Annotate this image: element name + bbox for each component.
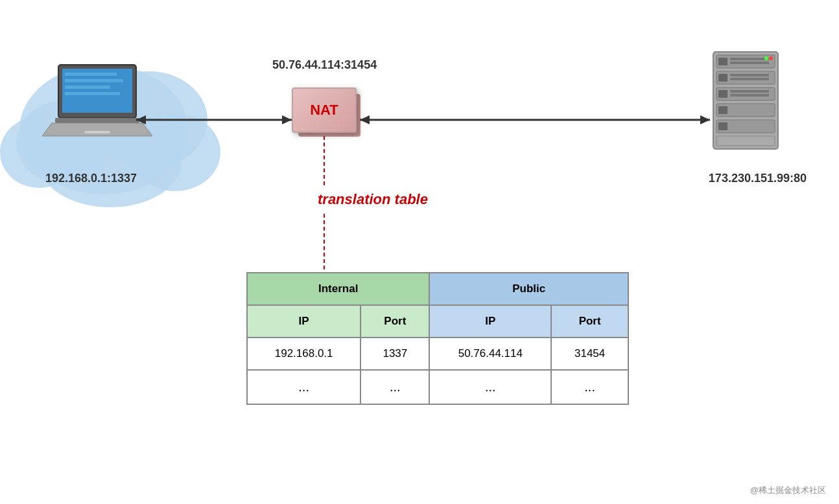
svg-point-34 (769, 56, 773, 60)
nat-label: NAT (310, 102, 338, 119)
server-icon (713, 52, 778, 149)
laptop-icon (42, 65, 152, 136)
table-row-ellipsis: ... ... ... ... (247, 370, 628, 404)
svg-rect-32 (716, 136, 775, 146)
svg-rect-30 (716, 120, 775, 133)
svg-marker-37 (282, 115, 292, 124)
nat-table: Internal Public IP Port IP Port 192.168.… (246, 272, 629, 405)
svg-rect-18 (730, 58, 769, 60)
table-subheader-internal-port: Port (360, 305, 429, 338)
row2-internal-ip: ... (247, 370, 360, 404)
watermark: @稀土掘金技术社区 (750, 485, 826, 496)
svg-rect-23 (730, 78, 769, 80)
table-subheader-internal-ip: IP (247, 305, 360, 338)
svg-point-1 (91, 71, 207, 168)
cloud-shape (0, 65, 220, 207)
nat-public-ip-label: 50.76.44.114:31454 (272, 58, 377, 72)
row2-internal-port: ... (360, 370, 429, 404)
table-header-internal: Internal (247, 273, 429, 305)
laptop-ip-label: 192.168.0.1:1337 (45, 172, 137, 185)
svg-rect-7 (62, 69, 132, 113)
nat-box: NAT (292, 87, 357, 133)
table-subheader-public-port: Port (551, 305, 628, 338)
row1-internal-ip: 192.168.0.1 (247, 338, 360, 370)
row1-public-port: 31454 (551, 338, 628, 370)
row1-public-ip: 50.76.44.114 (429, 338, 551, 370)
svg-point-3 (39, 117, 182, 207)
svg-rect-26 (730, 90, 769, 93)
svg-rect-9 (65, 79, 123, 82)
svg-rect-11 (65, 92, 120, 95)
svg-marker-39 (360, 115, 370, 124)
svg-rect-22 (730, 74, 769, 76)
row2-public-port: ... (551, 370, 628, 404)
row1-internal-port: 1337 (360, 338, 429, 370)
translation-label: translation table (318, 191, 428, 208)
svg-rect-31 (718, 122, 727, 130)
svg-point-5 (130, 113, 220, 191)
diagram-svg (0, 0, 839, 504)
svg-rect-19 (730, 62, 769, 64)
svg-rect-16 (716, 55, 775, 68)
svg-rect-24 (716, 87, 775, 100)
svg-rect-28 (716, 104, 775, 117)
table-header-public: Public (429, 273, 628, 305)
svg-rect-25 (718, 90, 727, 98)
svg-rect-13 (84, 131, 110, 133)
svg-rect-17 (718, 58, 727, 65)
svg-rect-12 (55, 118, 139, 123)
svg-rect-6 (58, 65, 136, 118)
svg-rect-21 (718, 74, 727, 82)
table-row: 192.168.0.1 1337 50.76.44.114 31454 (247, 338, 628, 370)
table-subheader-public-ip: IP (429, 305, 551, 338)
row2-public-ip: ... (429, 370, 551, 404)
svg-rect-29 (718, 106, 727, 114)
svg-rect-10 (65, 86, 110, 89)
svg-rect-15 (716, 55, 775, 68)
svg-rect-20 (716, 71, 775, 84)
svg-marker-36 (136, 115, 146, 124)
svg-rect-8 (65, 73, 117, 76)
svg-rect-27 (730, 94, 769, 97)
svg-rect-14 (713, 52, 778, 149)
server-ip-label: 173.230.151.99:80 (709, 172, 807, 185)
diagram-container: NAT 192.168.0.1:1337 50.76.44.114:31454 … (0, 0, 839, 504)
svg-point-33 (764, 56, 768, 60)
svg-marker-40 (700, 115, 710, 124)
